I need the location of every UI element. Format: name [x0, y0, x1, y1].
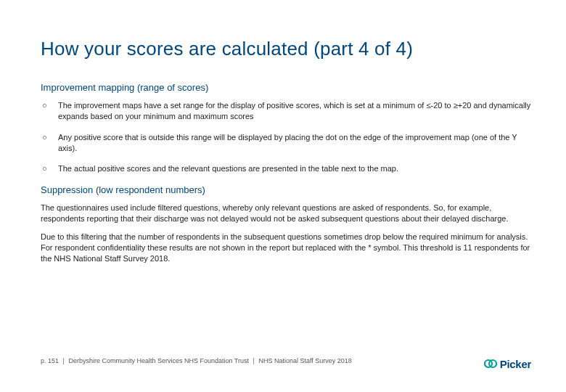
improvement-list: ○ The improvement maps have a set range …: [41, 100, 531, 174]
slide-page: How your scores are calculated (part 4 o…: [0, 0, 566, 392]
footer-org: Derbyshire Community Health Services NHS…: [68, 357, 249, 364]
logo-text: Picker: [500, 358, 531, 370]
list-item-text: The actual positive scores and the relev…: [58, 163, 531, 174]
list-item: ○ Any positive score that is outside thi…: [41, 132, 531, 154]
page-title: How your scores are calculated (part 4 o…: [41, 38, 531, 60]
list-item: ○ The improvement maps have a set range …: [41, 100, 531, 122]
footer-survey: NHS National Staff Survey 2018: [258, 357, 351, 364]
footer-separator: |: [63, 357, 65, 364]
bullet-icon: ○: [41, 163, 58, 174]
bullet-icon: ○: [41, 132, 58, 143]
list-item-text: The improvement maps have a set range fo…: [58, 100, 531, 122]
footer: p. 151 | Derbyshire Community Health Ser…: [41, 357, 352, 364]
section-heading-suppression: Suppression (low respondent numbers): [41, 184, 531, 195]
logo-icon: [484, 357, 497, 370]
picker-logo: Picker: [484, 357, 531, 370]
section-heading-improvement: Improvement mapping (range of scores): [41, 82, 531, 93]
footer-page: p. 151: [41, 357, 59, 364]
bullet-icon: ○: [41, 100, 58, 111]
list-item-text: Any positive score that is outside this …: [58, 132, 531, 154]
body-paragraph: Due to this filtering that the number of…: [41, 232, 531, 264]
body-paragraph: The questionnaires used include filtered…: [41, 203, 531, 224]
list-item: ○ The actual positive scores and the rel…: [41, 163, 531, 174]
footer-separator: |: [253, 357, 255, 364]
